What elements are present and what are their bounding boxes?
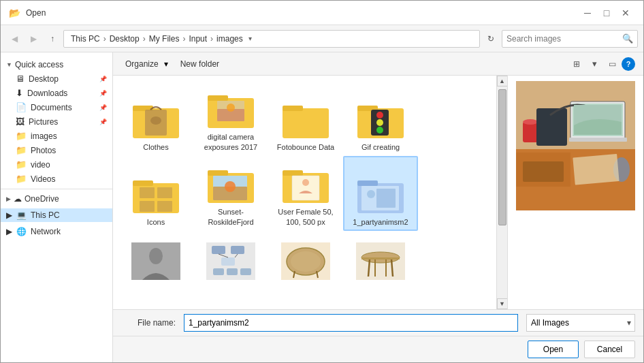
svg-point-51 [291, 251, 321, 272]
svg-rect-47 [227, 268, 238, 275]
file-item-table1[interactable] [268, 231, 343, 285]
chevron-icon: ▼ [6, 61, 12, 68]
file-item-userfemale[interactable]: User Female 50, 100, 500 px [268, 156, 343, 231]
sidebar-video-label: video [31, 160, 50, 170]
open-button[interactable]: Open [528, 341, 579, 358]
scrollbar: ▲ ▼ [496, 76, 507, 309]
downloads-icon: ⬇ [16, 88, 23, 98]
cancel-button[interactable]: Cancel [584, 341, 635, 358]
file-name-digital: digital camera exposures 2017 [197, 132, 264, 152]
minimize-button[interactable]: ─ [578, 6, 597, 20]
svg-point-27 [225, 181, 236, 192]
file-item-fotobounce[interactable]: Fotobounce Data [268, 81, 343, 156]
filename-label: File name: [121, 318, 176, 328]
scroll-up-button[interactable]: ▲ [497, 76, 508, 86]
svg-rect-36 [376, 189, 396, 208]
breadcrumb-input[interactable]: Input [186, 33, 210, 45]
organize-dropdown[interactable]: Organize ▾ [121, 57, 168, 71]
sidebar: ▼ Quick access 🖥 Desktop 📌 ⬇ Downloads 📌… [1, 52, 113, 362]
sidebar-item-network[interactable]: ▶ 🌐 Network [1, 225, 112, 238]
file-item-digital[interactable]: digital camera exposures 2017 [193, 81, 268, 156]
sidebar-item-videos[interactable]: 📁 Videos [1, 172, 112, 186]
titlebar-title: Open [26, 8, 46, 18]
nav-toolbar: ◀ ▶ ↑ This PC › Desktop › My Files › Inp… [1, 25, 643, 52]
sidebar-documents-label: Documents [31, 103, 72, 112]
breadcrumb-images[interactable]: images [214, 33, 246, 45]
svg-rect-33 [357, 180, 378, 186]
sidebar-item-documents[interactable]: 📄 Documents 📌 [1, 100, 112, 114]
videos-icon: 📁 [16, 174, 27, 184]
file-item-clothes[interactable]: Clothes [118, 81, 193, 156]
file-item-gifcreating[interactable]: Gif creating [343, 81, 418, 156]
maximize-button[interactable]: □ [597, 6, 616, 20]
dialog-buttons: Open Cancel [113, 336, 643, 362]
filename-input[interactable] [184, 314, 518, 332]
svg-rect-10 [283, 106, 303, 111]
file-item-sunset[interactable]: Sunset-RoskildeFjord [193, 156, 268, 231]
svg-rect-65 [569, 138, 627, 142]
svg-rect-22 [157, 201, 172, 212]
svg-point-15 [376, 119, 383, 126]
breadcrumb-thispc[interactable]: This PC [68, 33, 103, 45]
sidebar-item-downloads[interactable]: ⬇ Downloads 📌 [1, 86, 112, 100]
file-item-photo1[interactable] [118, 231, 193, 285]
pictures-icon: 🖼 [16, 116, 25, 127]
forward-icon: ▶ [31, 34, 37, 44]
svg-rect-66 [523, 122, 538, 142]
filename-area: File name: All Images All Files JPEG PNG… [113, 309, 643, 336]
up-button[interactable]: ↑ [44, 31, 61, 47]
svg-rect-43 [221, 257, 235, 266]
forward-button[interactable]: ▶ [25, 31, 42, 47]
titlebar-controls: ─ □ ✕ [578, 6, 635, 20]
scroll-down-button[interactable]: ▼ [497, 298, 508, 309]
thumbnail-table1 [281, 242, 330, 280]
pane-button[interactable]: ▭ [604, 56, 620, 72]
file-item-diagram1[interactable] [193, 231, 268, 285]
close-button[interactable]: ✕ [616, 6, 635, 20]
file-grid-container[interactable]: Clothes [113, 76, 496, 309]
search-input[interactable] [506, 34, 622, 44]
sidebar-item-desktop[interactable]: 🖥 Desktop 📌 [1, 72, 112, 86]
refresh-button[interactable]: ↻ [483, 31, 499, 47]
scrollbar-thumb[interactable] [498, 89, 506, 225]
file-name-sunset: Sunset-RoskildeFjord [197, 207, 264, 227]
svg-rect-69 [523, 161, 564, 182]
pin-icon-4: 📌 [99, 119, 107, 125]
sidebar-item-thispc[interactable]: ▶ 💻 This PC [1, 208, 112, 222]
svg-point-67 [523, 119, 538, 125]
file-item-icons[interactable]: Icons [118, 156, 193, 231]
new-folder-button[interactable]: New folder [176, 57, 223, 71]
breadcrumb-desktop[interactable]: Desktop [107, 33, 142, 45]
back-button[interactable]: ◀ [6, 31, 22, 47]
sidebar-item-video[interactable]: 📁 video [1, 157, 112, 172]
sidebar-quickaccess-header[interactable]: ▼ Quick access [1, 58, 112, 72]
sidebar-item-pictures[interactable]: 🖼 Pictures 📌 [1, 114, 112, 129]
sidebar-section-network: ▶ 🌐 Network [1, 225, 112, 238]
svg-rect-18 [133, 180, 153, 186]
help-button[interactable]: ? [622, 57, 635, 71]
pin-icon-2: 📌 [99, 90, 107, 97]
svg-rect-24 [208, 170, 228, 176]
sidebar-section-thispc: ▶ 💻 This PC [1, 208, 112, 222]
file-item-table2[interactable] [343, 231, 418, 285]
breadcrumb[interactable]: This PC › Desktop › My Files › Input › i… [63, 30, 480, 48]
search-box[interactable]: 🔍 [502, 30, 638, 48]
svg-point-39 [149, 248, 163, 264]
view-arrow-button[interactable]: ▾ [586, 56, 602, 72]
filetype-select[interactable]: All Images All Files JPEG PNG GIF [526, 314, 635, 332]
sidebar-item-photos[interactable]: 📁 Photos [1, 143, 112, 157]
organize-button[interactable]: Organize [121, 57, 163, 71]
breadcrumb-myfiles[interactable]: My Files [146, 33, 182, 45]
file-name-gifcreating: Gif creating [361, 142, 400, 152]
network-icon: 🌐 [16, 227, 27, 236]
scrollbar-track[interactable] [498, 86, 506, 298]
sidebar-images-label: images [31, 131, 57, 141]
main-area: Organize ▾ New folder ⊞ ▾ ▭ ? [113, 52, 643, 362]
open-dialog: 📂 Open ─ □ ✕ ◀ ▶ ↑ This PC › Desktop › M… [0, 0, 644, 363]
thumbnail-diagram1 [206, 242, 255, 280]
folder-svg-digital [206, 89, 255, 129]
file-item-partyanimsm2[interactable]: 1_partyanimsm2 [343, 156, 418, 231]
view-dropdown-button[interactable]: ⊞ [568, 56, 585, 72]
sidebar-onedrive-header[interactable]: ▶ ☁ OneDrive [1, 192, 112, 206]
sidebar-item-images[interactable]: 📁 images [1, 129, 112, 143]
